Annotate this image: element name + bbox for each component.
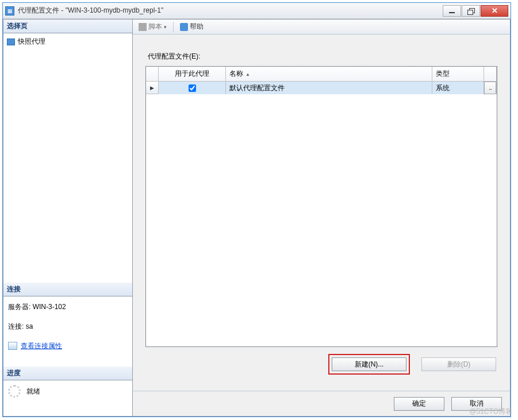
current-row-icon: ▶: [150, 85, 154, 91]
row-ellipsis-button[interactable]: ...: [484, 82, 496, 94]
connection-section: 服务器: WIN-3-102 连接: sa 查看连接属性: [3, 296, 132, 356]
profiles-table: 用于此代理 名称▲ 类型 ▶ 默认代理配置文件 系统 ...: [145, 66, 497, 347]
content-area: 代理配置文件(E): 用于此代理 名称▲ 类型 ▶ 默认代理配置文件 系统: [133, 34, 510, 391]
help-label: 帮助: [190, 22, 204, 32]
row-indicator: ▶: [146, 82, 159, 94]
connection-header: 连接: [3, 283, 132, 296]
help-button[interactable]: 帮助: [178, 21, 206, 33]
spinner-icon: [8, 385, 21, 398]
col-actions: [484, 67, 497, 82]
right-panel: 脚本 ▾ 帮助 代理配置文件(E): 用于此代理 名称▲ 类型: [133, 20, 510, 416]
script-icon: [139, 23, 147, 31]
cell-action: ...: [484, 82, 497, 94]
dialog-footer: 确定 取消: [133, 391, 510, 416]
dialog-window: ▦ 代理配置文件 - "WIN-3-100-mydb-mydb_repl-1" …: [2, 2, 511, 417]
page-icon: [7, 38, 15, 45]
cancel-button[interactable]: 取消: [451, 397, 502, 411]
highlight-annotation: 新建(N)...: [328, 354, 410, 375]
view-conn-props-label: 查看连接属性: [21, 339, 62, 353]
table-actions: 新建(N)... 删除(D): [145, 347, 497, 382]
help-icon: [180, 23, 188, 31]
window-controls: ✕: [442, 5, 508, 17]
window-body: 选择页 快照代理 连接 服务器: WIN-3-102 连接: sa: [3, 19, 511, 417]
tree-item-snapshot-agent[interactable]: 快照代理: [7, 36, 129, 48]
app-icon: ▦: [5, 6, 14, 16]
server-label: 服务器:: [8, 303, 30, 311]
cell-name[interactable]: 默认代理配置文件: [226, 82, 432, 94]
new-button[interactable]: 新建(N)...: [332, 357, 406, 371]
col-type[interactable]: 类型: [432, 67, 484, 82]
properties-icon: [8, 342, 17, 350]
conn-value: sa: [26, 322, 33, 330]
conn-label: 连接:: [8, 322, 24, 330]
window-title: 代理配置文件 - "WIN-3-100-mydb-mydb_repl-1": [18, 6, 442, 16]
toolbar-separator: [173, 22, 174, 32]
server-value: WIN-3-102: [33, 303, 66, 311]
minimize-button[interactable]: [443, 5, 461, 17]
server-row: 服务器: WIN-3-102: [8, 300, 128, 314]
sort-asc-icon: ▲: [245, 72, 250, 77]
script-menu[interactable]: 脚本 ▾: [136, 21, 169, 33]
cell-type: 系统: [432, 82, 484, 94]
row-header-corner: [146, 67, 159, 82]
page-tree: 快照代理: [3, 33, 132, 50]
maximize-button[interactable]: [462, 5, 480, 17]
col-use-for-agent[interactable]: 用于此代理: [159, 67, 226, 82]
use-for-agent-checkbox[interactable]: [189, 84, 196, 92]
view-conn-props-link[interactable]: 查看连接属性: [8, 339, 128, 353]
connection-row: 连接: sa: [8, 319, 128, 333]
progress-section: 就绪: [3, 380, 132, 402]
close-button[interactable]: ✕: [481, 5, 508, 17]
toolbar: 脚本 ▾ 帮助: [133, 20, 510, 34]
ok-button[interactable]: 确定: [394, 397, 444, 411]
select-page-header: 选择页: [3, 20, 132, 33]
close-icon: ✕: [492, 6, 498, 15]
col-name[interactable]: 名称▲: [226, 67, 432, 82]
table-empty-area: [146, 94, 497, 346]
table-header-row: 用于此代理 名称▲ 类型: [146, 67, 497, 82]
chevron-down-icon: ▾: [164, 24, 167, 30]
script-label: 脚本: [148, 22, 162, 32]
table-row[interactable]: ▶ 默认代理配置文件 系统 ...: [146, 82, 497, 94]
titlebar[interactable]: ▦ 代理配置文件 - "WIN-3-100-mydb-mydb_repl-1" …: [3, 3, 511, 19]
delete-button: 删除(D): [421, 357, 496, 371]
tree-item-label: 快照代理: [18, 37, 45, 47]
left-panel: 选择页 快照代理 连接 服务器: WIN-3-102 连接: sa: [3, 20, 133, 416]
ready-label: 就绪: [26, 387, 40, 396]
cell-use-for-agent[interactable]: [159, 82, 226, 94]
progress-header: 进度: [3, 367, 132, 380]
profiles-label: 代理配置文件(E):: [148, 52, 497, 61]
